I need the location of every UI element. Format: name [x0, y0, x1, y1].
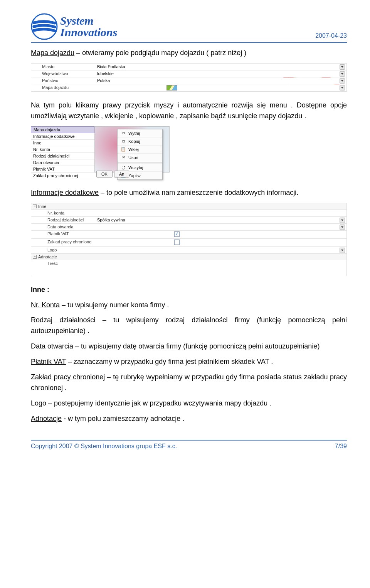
- text-nr-konta: – tu wpisujemy numer konta firmy .: [60, 301, 169, 309]
- para-1-rest: – otwieramy pole podglądu mapy dojazdu (…: [74, 49, 246, 57]
- para-data-otwarcia: Data otwarcia – tu wpisujemy datę otwarc…: [31, 341, 347, 352]
- checkbox[interactable]: [174, 231, 180, 237]
- menu-item[interactable]: 📋Wklej: [118, 145, 162, 153]
- form-row: MiastoBiała Podlaska: [31, 64, 346, 70]
- form-value[interactable]: Polska: [95, 77, 346, 84]
- sidebar-item[interactable]: Informacje dodatkowe: [31, 133, 94, 140]
- form-value[interactable]: [95, 247, 346, 253]
- form-value[interactable]: lubelskie: [95, 70, 346, 77]
- text-data-otwarcia: – tu wpisujemy datę otwarcia firmy (funk…: [73, 342, 320, 350]
- heading-inne: Inne :: [31, 285, 347, 295]
- menu-item-label: Wytnij: [128, 131, 140, 136]
- menu-item-label: Kopiuj: [128, 139, 140, 144]
- chevron-down-icon[interactable]: [340, 224, 345, 230]
- menu-item[interactable]: ⭯Wczytaj: [118, 163, 162, 171]
- footer-copyright: Copyright 2007 © System Innovations grup…: [31, 443, 177, 450]
- chevron-down-icon[interactable]: [340, 218, 345, 223]
- wklej-icon: 📋: [121, 147, 126, 152]
- logo-text-2: Innovations: [60, 27, 117, 38]
- menu-item-label: Wczytaj: [128, 165, 143, 170]
- kopiuj-icon: ⧉: [121, 139, 126, 144]
- form-value[interactable]: Biała Podlaska: [95, 64, 346, 70]
- menu-item[interactable]: ✕Usuń: [118, 153, 162, 161]
- notes-textarea[interactable]: [95, 260, 346, 276]
- para-nr-konta: Nr. Konta – tu wpisujemy numer konta fir…: [31, 300, 347, 311]
- wczytaj-icon: ⭯: [121, 165, 126, 170]
- para-rodzaj: Rodzaj działalności – tu wpisujemy rodza…: [31, 315, 347, 337]
- header-date: 2007-04-23: [315, 32, 347, 39]
- chevron-down-icon[interactable]: [340, 71, 345, 77]
- form-value[interactable]: [95, 231, 346, 238]
- chevron-down-icon[interactable]: [340, 64, 345, 70]
- sidebar-item[interactable]: Płatnik VAT: [31, 166, 94, 173]
- para-click-rmb: Na tym polu klikamy prawy przycisk myszy…: [31, 100, 347, 122]
- form-label: Zakład pracy chronionej: [31, 239, 95, 246]
- form-value[interactable]: [95, 224, 346, 230]
- collapse-icon[interactable]: −: [33, 255, 37, 259]
- checkbox[interactable]: [174, 240, 180, 245]
- form-label: Treść: [31, 260, 95, 276]
- form-row: Treść: [31, 260, 346, 276]
- footer-page-number: 7/39: [335, 443, 347, 450]
- form-row: Logo: [31, 247, 346, 254]
- term-rodzaj: Rodzaj działalności: [31, 316, 95, 324]
- page-footer: Copyright 2007 © System Innovations grup…: [31, 440, 347, 450]
- logo-text-1: System: [60, 15, 117, 27]
- term-nr-konta: Nr. Konta: [31, 301, 60, 309]
- menu-separator: [118, 162, 162, 162]
- map-thumbnail-icon: [166, 85, 177, 90]
- form-row: Płatnik VAT: [31, 231, 346, 239]
- para-3-rest: – to pole umożliwia nam zamieszczenie do…: [99, 189, 298, 196]
- term-mapa-dojazdu: Mapa dojazdu: [31, 49, 74, 57]
- menu-item-label: Wklej: [128, 147, 139, 152]
- page-header: System Innovations 2007-04-23: [31, 13, 347, 43]
- screenshot-address-form: MiastoBiała PodlaskaWojewództwolubelskie…: [31, 63, 347, 92]
- form-value[interactable]: Spółka cywilna: [95, 217, 346, 223]
- logo: System Innovations: [31, 13, 117, 40]
- sidebar-item[interactable]: Rodzaj działalności: [31, 153, 94, 159]
- chevron-down-icon[interactable]: [340, 85, 345, 90]
- collapse-icon[interactable]: −: [33, 204, 37, 208]
- form-label: Płatnik VAT: [31, 231, 95, 238]
- form-label: Województwo: [31, 70, 95, 77]
- usuń-icon: ✕: [121, 155, 126, 160]
- form-row: Województwolubelskie: [31, 70, 346, 77]
- sidebar-item-selected[interactable]: Mapa dojazdu: [31, 126, 94, 133]
- term-informacje-dodatkowe: Informacje dodatkowe: [31, 189, 99, 196]
- sidebar-item[interactable]: Inne: [31, 140, 94, 146]
- form-row: Rodzaj działalnościSpółka cywilna: [31, 217, 346, 224]
- para-informacje-dodatkowe: Informacje dodatkowe – to pole umożliwia…: [31, 188, 347, 198]
- menu-item[interactable]: ⧉Kopiuj: [118, 137, 162, 145]
- form-label: Nr. konta: [31, 210, 95, 216]
- menu-item[interactable]: ✂Wytnij: [118, 129, 162, 137]
- group-header-adnotacje[interactable]: −Adnotacje: [31, 254, 346, 260]
- logo-mark-icon: [31, 13, 58, 40]
- map-thumbnail[interactable]: ✂Wytnij⧉Kopiuj📋Wklej✕Usuń⭯Wczytaj💾Zapisz: [94, 126, 170, 173]
- chevron-down-icon[interactable]: [340, 248, 345, 253]
- para-logo: Logo – postępujemy identycznie jak w prz…: [31, 398, 347, 409]
- sidebar-item[interactable]: Zakład pracy chronionej: [31, 173, 94, 179]
- wytnij-icon: ✂: [121, 131, 126, 136]
- form-label: Logo: [31, 247, 95, 253]
- form-row: Mapa dojazdu: [31, 84, 346, 91]
- form-label: Mapa dojazdu: [31, 84, 95, 91]
- term-data-otwarcia: Data otwarcia: [31, 342, 73, 350]
- form-value[interactable]: [95, 239, 346, 246]
- ok-button[interactable]: OK: [96, 171, 113, 178]
- term-logo: Logo: [31, 399, 46, 407]
- group-header-inne[interactable]: −Inne: [31, 203, 346, 210]
- para-adnotacje: Adnotacje - w tym polu zamieszczamy adno…: [31, 414, 347, 424]
- text-platnik-vat: – zaznaczamy w przypadku gdy firma jest …: [66, 358, 273, 365]
- form-label: Data otwarcia: [31, 224, 95, 230]
- sidebar-item[interactable]: Nr. konta: [31, 146, 94, 153]
- chevron-down-icon[interactable]: [340, 78, 345, 84]
- sidebar-item[interactable]: Data otwarcia: [31, 159, 94, 166]
- form-value[interactable]: [95, 84, 346, 91]
- cancel-button[interactable]: An: [114, 171, 129, 178]
- form-value[interactable]: [95, 210, 346, 216]
- screenshot-map-contextmenu: Mapa dojazdu Informacje dodatkoweInneNr.…: [31, 126, 193, 179]
- form-label: Rodzaj działalności: [31, 217, 95, 223]
- form-row: Nr. konta: [31, 210, 346, 217]
- term-adnotacje: Adnotacje: [31, 415, 62, 422]
- term-zaklad: Zakład pracy chronionej: [31, 373, 105, 381]
